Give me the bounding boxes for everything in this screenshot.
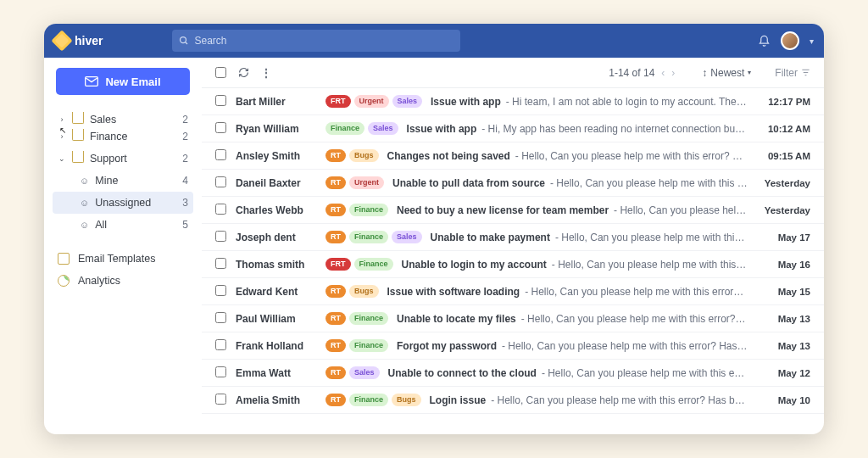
filter-button[interactable]: Filter	[775, 67, 810, 79]
email-row[interactable]: Amelia SmithRTFinanceBugsLogin issue - H…	[202, 387, 824, 414]
email-tags: RTSales	[326, 366, 380, 379]
email-row[interactable]: Daneil BaxterRTUrgentUnable to pull data…	[202, 170, 824, 197]
sidebar-item-count: 2	[182, 131, 188, 142]
email-sender: Amelia Smith	[236, 394, 317, 406]
sidebar-item-templates[interactable]: Email Templates	[53, 248, 193, 270]
email-tags: RTFinance	[326, 204, 388, 216]
filter-icon	[801, 68, 810, 77]
search-field[interactable]	[172, 30, 460, 52]
sidebar-item-label: Finance	[90, 131, 127, 142]
sidebar-item-mine[interactable]: ☺Mine4	[53, 170, 193, 192]
person-icon: ☺	[80, 176, 89, 186]
tag-sales: Sales	[368, 122, 398, 135]
search-input[interactable]	[194, 35, 453, 47]
tag-urgent: Urgent	[349, 176, 384, 189]
tag-finance: Finance	[326, 122, 364, 135]
email-row[interactable]: Paul WilliamRTFinanceUnable to locate my…	[202, 305, 824, 332]
email-tags: RTFinance	[326, 339, 388, 352]
email-row[interactable]: Charles WebbRTFinanceNeed to buy a new l…	[202, 197, 824, 224]
email-row[interactable]: Frank HollandRTFinanceForgot my password…	[202, 332, 824, 360]
sort-button[interactable]: ↕ Newest ▾	[702, 67, 751, 79]
email-preview: - Hello, Can you please help me with thi…	[552, 259, 748, 271]
row-checkbox[interactable]	[215, 176, 226, 187]
next-page-button[interactable]: ›	[671, 67, 675, 79]
email-row[interactable]: Joseph dentRTFinanceSalesUnable to make …	[202, 224, 824, 251]
email-time: 10:12 AM	[756, 124, 810, 134]
email-subject: Unable to login to my account	[402, 259, 547, 271]
email-preview: - Hello, Can you please help me with thi…	[502, 340, 748, 352]
tag-frt: FRT	[326, 95, 351, 108]
sidebar-item-label: Support	[90, 153, 127, 165]
email-summary: Unable to locate my files - Hello, Can y…	[397, 313, 748, 325]
chevron-down-icon[interactable]: ▾	[810, 36, 814, 46]
row-checkbox[interactable]	[215, 366, 226, 377]
sidebar-item-finance[interactable]: ›Finance2	[53, 126, 193, 148]
sidebar-item-count: 2	[182, 153, 188, 165]
sidebar-item-all[interactable]: ☺All5	[53, 214, 193, 236]
email-summary: Forgot my password - Hello, Can you plea…	[397, 340, 748, 352]
prev-page-button[interactable]: ‹	[661, 67, 665, 79]
email-tags: RTBugs	[326, 149, 379, 162]
tag-rt: RT	[326, 394, 346, 406]
sidebar-item-count: 4	[182, 175, 188, 187]
email-subject: Forgot my password	[397, 340, 497, 352]
email-subject: Login issue	[430, 394, 487, 406]
email-time: May 13	[756, 341, 810, 351]
email-tags: FinanceSales	[326, 122, 398, 135]
email-row[interactable]: Ansley SmithRTBugsChanges not being save…	[202, 142, 824, 170]
sidebar-item-unassigned[interactable]: ☺Unassigned3	[53, 192, 193, 214]
email-time: May 13	[756, 314, 810, 324]
email-time: 12:17 PM	[756, 97, 810, 107]
refresh-icon[interactable]	[238, 67, 249, 78]
tag-bugs: Bugs	[349, 285, 379, 298]
tag-rt: RT	[326, 176, 346, 189]
email-time: May 12	[756, 368, 810, 378]
sidebar-item-label: Email Templates	[78, 253, 155, 265]
sidebar-item-label: Sales	[90, 114, 116, 126]
sort-icon: ↕	[702, 67, 707, 79]
templates-icon	[58, 253, 70, 265]
filter-label: Filter	[775, 67, 798, 79]
chevron-right-icon: ›	[58, 132, 66, 141]
email-subject: Unable to locate my files	[397, 313, 516, 325]
more-icon[interactable]: ⋮	[261, 67, 271, 79]
row-checkbox[interactable]	[215, 204, 226, 215]
notifications-icon[interactable]	[758, 35, 771, 47]
email-summary: Issue with app - Hi team, I am not able …	[431, 96, 748, 108]
tag-rt: RT	[326, 285, 346, 298]
row-checkbox[interactable]	[215, 285, 226, 296]
sidebar-item-support[interactable]: ⌄Support2	[53, 148, 193, 170]
row-checkbox[interactable]	[215, 95, 226, 106]
row-checkbox[interactable]	[215, 312, 226, 323]
row-checkbox[interactable]	[215, 149, 226, 160]
brand: hiver	[54, 33, 103, 48]
sidebar-item-count: 3	[182, 197, 188, 209]
email-row[interactable]: Ryan WilliamFinanceSalesIssue with app -…	[202, 115, 824, 142]
email-time: May 10	[756, 395, 810, 405]
email-time: May 15	[756, 287, 810, 297]
row-checkbox[interactable]	[215, 122, 226, 133]
email-summary: Login issue - Hello, Can you please help…	[430, 394, 748, 406]
email-preview: - Hello, Can you please help me with thi…	[515, 150, 748, 162]
select-all-checkbox[interactable]	[215, 67, 226, 78]
sidebar-item-analytics[interactable]: Analytics	[53, 270, 193, 292]
row-checkbox[interactable]	[215, 394, 226, 405]
row-checkbox[interactable]	[215, 339, 226, 350]
email-preview: - Hi, My app has been reading no interne…	[481, 123, 748, 135]
email-summary: Issue with software loading - Hello, Can…	[387, 286, 748, 298]
email-row[interactable]: Emma WattRTSalesUnable to connect to the…	[202, 360, 824, 387]
email-preview: - Hello, Can you please help me with thi…	[525, 286, 748, 298]
email-preview: - Hello, Can you please help me with thi…	[521, 313, 748, 325]
email-tags: FRTUrgentSales	[326, 95, 422, 108]
chevron-right-icon: ›	[58, 115, 66, 124]
email-subject: Unable to make payment	[431, 232, 550, 243]
email-row[interactable]: Thomas smithFRTFinanceUnable to login to…	[202, 251, 824, 278]
email-subject: Issue with app	[431, 96, 501, 108]
row-checkbox[interactable]	[215, 258, 226, 269]
avatar[interactable]	[781, 31, 799, 50]
new-email-button[interactable]: New Email	[56, 68, 190, 95]
email-row[interactable]: Bart MillerFRTUrgentSalesIssue with app …	[202, 88, 824, 115]
row-checkbox[interactable]	[215, 231, 226, 242]
email-subject: Need to buy a new license for team membe…	[397, 204, 609, 216]
email-row[interactable]: Edward KentRTBugsIssue with software loa…	[202, 278, 824, 305]
